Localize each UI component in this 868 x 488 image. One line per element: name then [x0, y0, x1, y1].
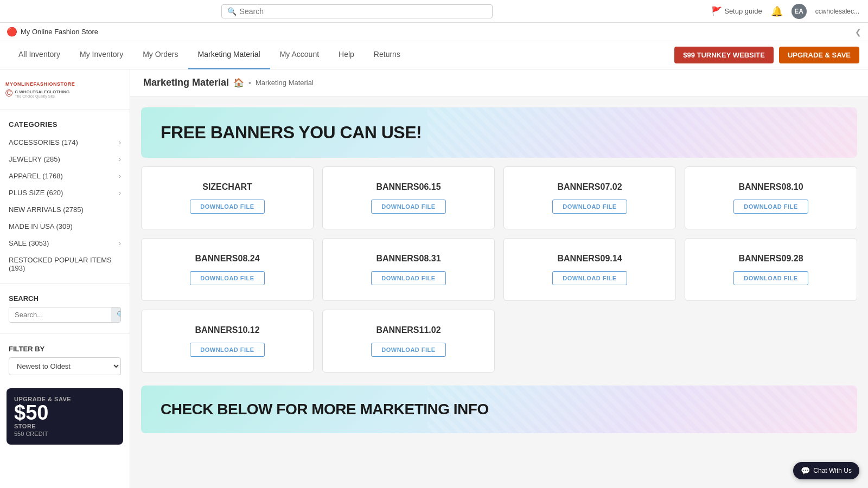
category-apparel[interactable]: APPAREL (1768) › [0, 168, 130, 184]
sidebar-upgrade-banner[interactable]: UPGRADE & SAVE $50 STORE 550 CREDIT [7, 388, 123, 445]
category-new-arrivals[interactable]: NEW ARRIVALS (2785) [0, 201, 130, 218]
nav-item-my-orders[interactable]: My Orders [133, 41, 188, 69]
download-banners11-02-button[interactable]: DOWNLOAD FILE [371, 343, 445, 357]
sidebar-search-input[interactable] [9, 307, 111, 322]
divider-3 [0, 333, 130, 334]
user-name: ccwholesalec... [815, 8, 859, 15]
download-banners08-31-button[interactable]: DOWNLOAD FILE [371, 271, 445, 285]
search-label: SEARCH [9, 294, 121, 303]
hero-banner-text: FREE BANNERS YOU CAN USE! [161, 123, 422, 143]
card-title: SIZECHART [202, 182, 252, 192]
chevron-right-icon: › [119, 139, 121, 146]
category-plus-size[interactable]: PLUS SIZE (620) › [0, 184, 130, 201]
card-banners07-02: BANNERS07.02 DOWNLOAD FILE [503, 166, 676, 229]
category-made-in-usa[interactable]: MADE IN USA (309) [0, 218, 130, 235]
flag-icon: 🚩 [711, 6, 722, 16]
card-sizechart: SIZECHART DOWNLOAD FILE [141, 166, 314, 229]
card-title: BANNERS08.24 [195, 254, 259, 264]
main-content: Marketing Material 🏠 • Marketing Materia… [130, 69, 868, 488]
nav-item-my-inventory[interactable]: My Inventory [70, 41, 133, 69]
collapse-icon[interactable]: ❮ [855, 28, 861, 36]
chat-icon: 💬 [801, 466, 810, 475]
notification-icon[interactable]: 🔔 [771, 5, 783, 17]
card-banners08-10: BANNERS08.10 DOWNLOAD FILE [685, 166, 857, 229]
sidebar: MYONLINEFASHIONSTORE © C WHOLESALECLOTHI… [0, 69, 130, 488]
chat-button[interactable]: 💬 Chat With Us [793, 462, 859, 479]
card-banners08-31: BANNERS08.31 DOWNLOAD FILE [322, 238, 495, 301]
nav-item-returns[interactable]: Returns [364, 41, 410, 69]
filter-section: FILTER BY Newest to Oldest Oldest to New… [0, 341, 130, 380]
top-bar: 🔍 🚩 Setup guide 🔔 EA ccwholesalec... [0, 0, 868, 23]
card-banners09-28: BANNERS09.28 DOWNLOAD FILE [685, 238, 857, 301]
sidebar-search-section: SEARCH 🔍 [0, 290, 130, 327]
download-banners06-15-button[interactable]: DOWNLOAD FILE [371, 200, 445, 214]
category-sale[interactable]: SALE (3053) › [0, 235, 130, 252]
card-title: BANNERS08.10 [738, 182, 803, 192]
upgrade-amount: $50 [14, 402, 116, 423]
bottom-banner-text: CHECK BELOW FOR MORE MARKETING INFO [161, 401, 489, 418]
download-banners10-12-button[interactable]: DOWNLOAD FILE [190, 343, 264, 357]
divider-2 [0, 283, 130, 284]
search-icon: 🔍 [227, 7, 237, 16]
card-title: BANNERS06.15 [376, 182, 441, 192]
categories-title: CATEGORIES [0, 116, 130, 134]
card-banners11-02: BANNERS11.02 DOWNLOAD FILE [322, 310, 495, 373]
divider-1 [0, 109, 130, 110]
download-banners08-24-button[interactable]: DOWNLOAD FILE [190, 271, 264, 285]
home-icon[interactable]: 🏠 [233, 78, 244, 88]
breadcrumb-current: Marketing Material [256, 79, 314, 87]
chevron-right-icon: › [119, 189, 121, 197]
cards-section: SIZECHART DOWNLOAD FILE BANNERS06.15 DOW… [130, 166, 868, 383]
chevron-right-icon: › [119, 156, 121, 163]
logo-sub2: The Choice Quality Site [15, 94, 69, 98]
nav-item-my-account[interactable]: My Account [270, 41, 329, 69]
nav-bar: All Inventory My Inventory My Orders Mar… [0, 41, 868, 69]
page-title: Marketing Material [143, 77, 229, 88]
card-title: BANNERS08.31 [376, 254, 441, 264]
card-banners06-15: BANNERS06.15 DOWNLOAD FILE [322, 166, 495, 229]
logo-img-wrap: © C WHOLESALECLOTHING The Choice Quality… [5, 88, 69, 99]
category-restocked[interactable]: RESTOCKED POPULAR ITEMS (193) [0, 252, 130, 277]
download-banners07-02-button[interactable]: DOWNLOAD FILE [552, 200, 627, 214]
filter-label: FILTER BY [9, 345, 121, 353]
download-banners09-14-button[interactable]: DOWNLOAD FILE [552, 271, 627, 285]
nav-right: $99 TURNKEY WEBSITE UPGRADE & SAVE [674, 47, 859, 63]
turnkey-website-button[interactable]: $99 TURNKEY WEBSITE [674, 47, 774, 63]
nav-item-all-inventory[interactable]: All Inventory [9, 41, 70, 69]
setup-guide-label: Setup guide [724, 7, 762, 15]
breadcrumb: Marketing Material 🏠 • Marketing Materia… [130, 69, 868, 97]
category-jewelry[interactable]: JEWELRY (285) › [0, 151, 130, 168]
upgrade-credit: 550 CREDIT [14, 431, 116, 437]
nav-item-marketing-material[interactable]: Marketing Material [188, 41, 270, 69]
card-banners09-14: BANNERS09.14 DOWNLOAD FILE [503, 238, 676, 301]
top-search-wrap: 🔍 [221, 4, 493, 18]
layout: MYONLINEFASHIONSTORE © C WHOLESALECLOTHI… [0, 69, 868, 488]
breadcrumb-separator: • [248, 79, 251, 87]
card-title: BANNERS09.28 [738, 254, 803, 264]
bottom-banner: CHECK BELOW FOR MORE MARKETING INFO [141, 386, 857, 433]
setup-guide-btn[interactable]: 🚩 Setup guide [711, 6, 762, 16]
avatar: EA [792, 4, 807, 19]
hero-banner: FREE BANNERS YOU CAN USE! [141, 107, 857, 158]
logo-sub1: C WHOLESALECLOTHING [15, 89, 69, 94]
sidebar-search-button[interactable]: 🔍 [111, 307, 121, 322]
card-title: BANNERS09.14 [557, 254, 622, 264]
filter-select[interactable]: Newest to Oldest Oldest to Newest Name A… [9, 357, 121, 375]
card-title: BANNERS10.12 [195, 325, 259, 335]
chat-label: Chat With Us [813, 467, 852, 474]
download-banners08-10-button[interactable]: DOWNLOAD FILE [733, 200, 808, 214]
chevron-right-icon: › [119, 240, 121, 247]
search-input-wrap: 🔍 [9, 307, 121, 323]
nav-item-help[interactable]: Help [329, 41, 364, 69]
cards-grid: SIZECHART DOWNLOAD FILE BANNERS06.15 DOW… [141, 166, 857, 373]
top-search-input[interactable] [240, 7, 487, 16]
upgrade-save-button[interactable]: UPGRADE & SAVE [779, 47, 859, 63]
sidebar-logo: MYONLINEFASHIONSTORE © C WHOLESALECLOTHI… [0, 78, 130, 102]
download-sizechart-button[interactable]: DOWNLOAD FILE [190, 200, 264, 214]
download-banners09-28-button[interactable]: DOWNLOAD FILE [733, 271, 808, 285]
category-accessories[interactable]: ACCESSORIES (174) › [0, 134, 130, 151]
chevron-right-icon: › [119, 172, 121, 180]
card-banners08-24: BANNERS08.24 DOWNLOAD FILE [141, 238, 314, 301]
top-bar-right: 🚩 Setup guide 🔔 EA ccwholesalec... [711, 4, 859, 19]
card-title: BANNERS11.02 [376, 325, 441, 335]
